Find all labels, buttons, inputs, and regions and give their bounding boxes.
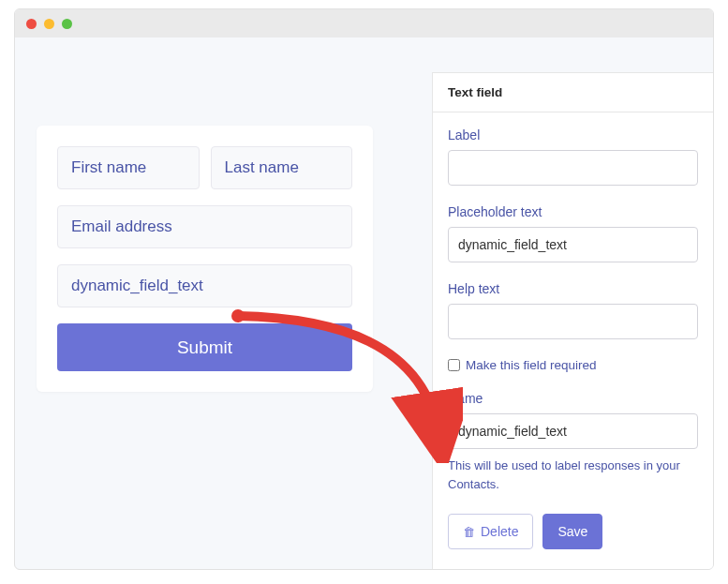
app-window: First name Last name Email address dynam…	[14, 8, 714, 570]
form-preview-card: First name Last name Email address dynam…	[37, 126, 373, 392]
label-input[interactable]	[448, 150, 698, 186]
window-zoom-icon[interactable]	[62, 19, 72, 29]
last-name-input[interactable]: Last name	[211, 146, 353, 189]
trash-icon	[463, 524, 475, 539]
label-label: Label	[448, 127, 698, 142]
dynamic-text-input[interactable]: dynamic_field_text	[57, 264, 352, 307]
required-label: Make this field required	[466, 358, 597, 372]
delete-button[interactable]: Delete	[448, 514, 533, 549]
content-area: First name Last name Email address dynam…	[15, 37, 713, 569]
required-checkbox[interactable]	[448, 359, 460, 371]
email-input[interactable]: Email address	[57, 205, 352, 248]
placeholder-input[interactable]	[448, 227, 698, 262]
delete-button-label: Delete	[481, 524, 518, 539]
name-help-note: This will be used to label responses in …	[448, 457, 698, 493]
window-close-icon[interactable]	[26, 19, 37, 29]
save-button[interactable]: Save	[542, 514, 602, 549]
placeholder-label: Placeholder text	[448, 204, 698, 219]
name-input[interactable]	[448, 413, 698, 449]
submit-button[interactable]: Submit	[57, 323, 352, 371]
window-minimize-icon[interactable]	[44, 19, 54, 29]
help-text-input[interactable]	[448, 304, 698, 339]
field-settings-panel: Text field Label Placeholder text Help t…	[432, 72, 713, 569]
window-titlebar	[15, 9, 713, 37]
help-text-label: Help text	[448, 281, 698, 296]
panel-title: Text field	[433, 73, 713, 112]
name-label: Name	[448, 391, 698, 406]
first-name-input[interactable]: First name	[57, 146, 200, 189]
